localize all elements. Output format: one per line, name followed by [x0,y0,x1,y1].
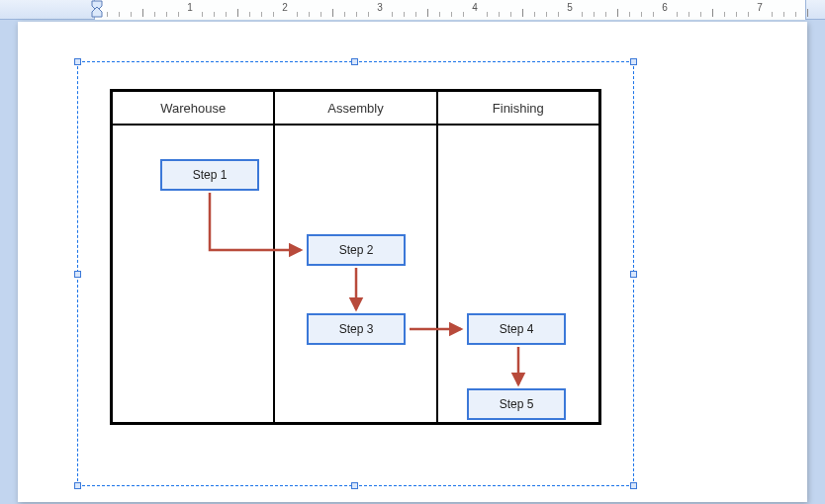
lane-header-finishing[interactable]: Finishing [436,92,598,124]
step-2-box[interactable]: Step 2 [307,234,406,266]
document-page: Warehouse Assembly Finishing [18,22,807,502]
svg-marker-1 [92,7,102,17]
step-3-box[interactable]: Step 3 [307,313,406,345]
lane-header-warehouse[interactable]: Warehouse [113,92,273,124]
horizontal-ruler[interactable]: 1234567 [0,0,825,20]
ruler-scale: 1234567 [94,0,806,20]
selection-handle-n[interactable] [351,58,358,65]
step-5-box[interactable]: Step 5 [467,388,566,420]
ruler-number: 6 [662,2,668,13]
swimlane-diagram[interactable]: Warehouse Assembly Finishing [110,89,601,425]
ruler-number: 2 [282,2,288,13]
ruler-number: 3 [377,2,383,13]
lane-header-assembly[interactable]: Assembly [273,92,435,124]
ruler-number: 4 [472,2,478,13]
step-1-box[interactable]: Step 1 [160,159,259,191]
selection-handle-e[interactable] [630,271,637,278]
indent-marker-icon[interactable] [91,0,101,10]
ruler-number: 5 [567,2,573,13]
selection-handle-se[interactable] [630,482,637,489]
swimlane-header-row: Warehouse Assembly Finishing [113,92,598,126]
ruler-number: 1 [187,2,193,13]
selection-handle-ne[interactable] [630,58,637,65]
selection-handle-nw[interactable] [74,58,81,65]
selection-handle-w[interactable] [74,271,81,278]
swimlane-body: Step 1 Step 2 Step 3 Step 4 Step 5 [113,126,598,422]
step-4-box[interactable]: Step 4 [467,313,566,345]
ruler-number: 7 [757,2,763,13]
selection-handle-s[interactable] [351,482,358,489]
selection-handle-sw[interactable] [74,482,81,489]
